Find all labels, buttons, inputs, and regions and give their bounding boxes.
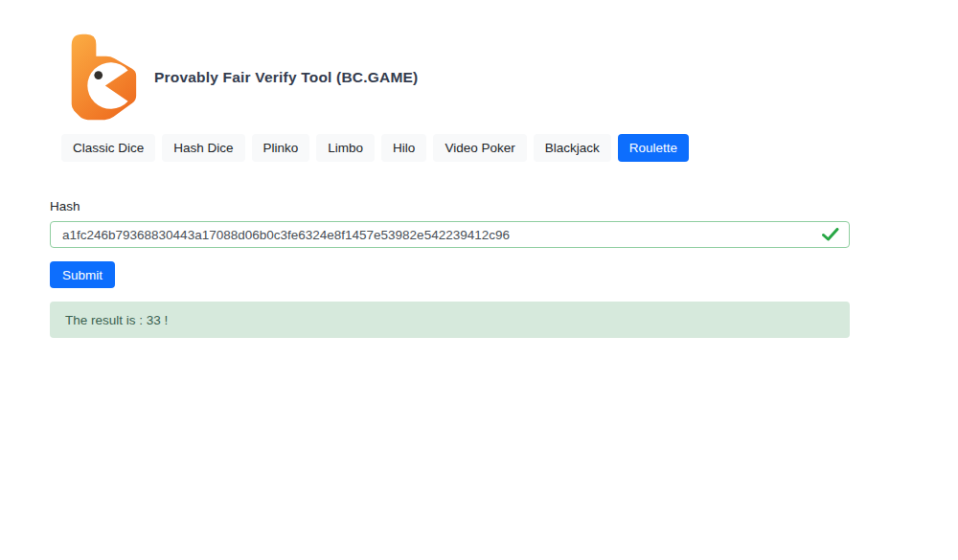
header: Provably Fair Verify Tool (BC.GAME) [65,32,958,123]
tab-roulette[interactable]: Roulette [618,134,689,162]
hash-input-wrap [50,221,850,248]
tab-hilo[interactable]: Hilo [381,134,426,162]
bcgame-logo-icon [65,32,140,123]
hash-input[interactable] [50,221,850,248]
tab-video-poker[interactable]: Video Poker [433,134,526,162]
page: Provably Fair Verify Tool (BC.GAME) Clas… [0,0,958,560]
tab-plinko[interactable]: Plinko [252,134,310,162]
submit-button[interactable]: Submit [50,261,115,288]
hash-label: Hash [50,199,850,213]
result-alert: The result is : 33 ! [50,302,850,338]
verify-form: Hash Submit The result is : 33 ! [50,199,850,338]
tab-hash-dice[interactable]: Hash Dice [162,134,244,162]
page-title: Provably Fair Verify Tool (BC.GAME) [154,69,418,86]
tab-blackjack[interactable]: Blackjack [534,134,611,162]
tab-limbo[interactable]: Limbo [316,134,375,162]
game-tabs: Classic Dice Hash Dice Plinko Limbo Hilo… [61,134,958,162]
logo-eye [94,71,103,79]
result-message: The result is : 33 ! [65,313,168,327]
tab-classic-dice[interactable]: Classic Dice [61,134,155,162]
